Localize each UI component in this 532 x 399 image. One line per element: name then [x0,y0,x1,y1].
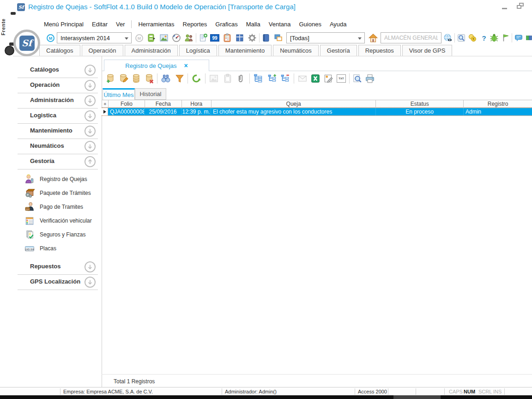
minimize-button[interactable] [501,4,508,10]
menu-item-herramientas[interactable]: Herramientas [134,21,178,28]
restore-button[interactable] [516,2,525,9]
sidebar-item-seguros-y-fianzas[interactable]: Seguros y Fianzas [13,229,102,242]
export-note-icon[interactable] [323,73,333,84]
column-header-estatus[interactable]: Estatus [376,100,464,107]
sidebar-item-registro-de-quejas[interactable]: Registro de Quejas [13,173,102,186]
grid-window-icon[interactable] [235,33,244,42]
book-icon[interactable] [261,33,271,42]
clipped-toolbar-icon[interactable] [526,33,532,42]
refresh-icon[interactable] [191,73,201,84]
menu-item-guiones[interactable]: Guiones [295,21,325,28]
menu-item-malla[interactable]: Malla [242,21,265,28]
bug-icon[interactable] [490,33,499,42]
expand-tree-icon[interactable] [267,73,277,84]
badge-99-icon[interactable]: 99 [210,34,219,42]
add-record-icon[interactable] [105,73,115,84]
document-tab-registro-de-quejas[interactable]: Registro de Quejas × [104,60,209,71]
chevron-down-circle-icon[interactable] [85,80,96,91]
sidebar-section-repuestos[interactable]: Repuestos [13,261,102,275]
database-icon[interactable] [131,73,141,84]
edit-record-icon[interactable] [118,73,128,84]
cell-fecha[interactable]: 25/09/2016 [145,108,181,115]
chevron-down-circle-icon[interactable] [85,126,96,137]
delete-record-icon[interactable] [144,73,154,84]
tab-neumaticos[interactable]: Neumáticos [273,45,319,56]
column-header-fecha[interactable]: Fecha [145,100,182,107]
menu-item-ventana[interactable]: Ventana [265,21,295,28]
cell-hora[interactable]: 12:39 p. m. [181,108,211,115]
tree-view-icon[interactable] [253,73,263,84]
chevron-down-circle-icon[interactable] [85,95,96,106]
flag-icon[interactable] [501,33,510,42]
close-tab-icon[interactable]: × [184,62,188,69]
cell-folio[interactable]: QJA00000008 [108,108,145,115]
tab-mantenimiento[interactable]: Mantenimiento [218,45,272,56]
column-header-registro[interactable]: Registro [464,100,532,107]
export-txt-icon[interactable]: TXT [337,74,346,83]
tab-operacion[interactable]: Operación [82,45,123,56]
dock-tab-frente[interactable]: Frente [0,18,8,36]
sidebar-section-operacion[interactable]: Operación [13,79,102,93]
sidebar-item-pago-de-tramites[interactable]: Pago de Tramites [13,201,102,214]
gear-icon[interactable] [248,33,257,42]
column-header-queja[interactable]: Queja [212,100,376,107]
collapse-tree-icon[interactable] [280,73,290,84]
menu-item-reportes[interactable]: Reportes [179,21,212,28]
sidebar-item-paquete-de-tramites[interactable]: Paquete de Trámites [13,187,102,200]
euro-coins-icon[interactable]: € [468,33,477,42]
tab-administracion[interactable]: Administración [125,45,178,56]
cell-registro[interactable]: Admin [464,108,532,115]
users-icon[interactable] [184,33,193,42]
column-header-hora[interactable]: Hora [182,100,212,107]
menu-item-editar[interactable]: Editar [88,21,112,28]
tab-logistica[interactable]: Logística [179,45,217,56]
table-row[interactable]: QJA00000008 25/09/2016 12:39 p. m. El ch… [102,108,532,116]
subtab-historial[interactable]: Historial [135,88,166,100]
gauge-icon[interactable] [172,33,181,42]
attachment-paperclip-icon[interactable] [236,73,246,84]
print-preview-icon[interactable] [352,73,362,84]
tab-gestoria[interactable]: Gestoría [320,45,357,56]
chevron-down-circle-icon[interactable] [85,141,96,152]
sidebar-section-logistica[interactable]: Logistica [13,110,102,124]
sidebar-item-verificacion-vehicular[interactable]: Verificación vehicular [13,215,102,228]
home-icon[interactable] [368,32,379,43]
cell-queja[interactable]: El chofer esta muy agresivo con los cond… [211,108,376,115]
globe-eye-icon[interactable] [443,33,453,42]
chevron-down-circle-icon[interactable] [85,110,96,121]
sidebar-section-administracion[interactable]: Administración [13,95,102,109]
chevron-down-circle-icon[interactable] [85,277,96,288]
sidebar-section-catalogos[interactable]: Catálogos [13,64,102,78]
filter-combobox[interactable]: [Todas] [286,32,365,43]
chevron-down-circle-icon[interactable] [85,261,96,272]
m-profile-icon[interactable]: M [47,34,54,42]
cell-estatus[interactable]: En proceso [376,108,464,115]
sidebar-section-mantenimiento[interactable]: Mantenimiento [13,125,102,139]
tab-catalogos[interactable]: Catálogos [39,45,80,56]
menu-item-ver[interactable]: Ver [112,21,129,28]
windows-cascade-icon[interactable] [273,33,283,42]
subtab-ultimo-mes[interactable]: Último Mes [103,88,135,100]
sidebar-item-placas[interactable]: LMD-364 Placas [13,242,102,255]
menu-item-graficas[interactable]: Graficas [211,21,242,28]
tab-repuestos[interactable]: Repuestos [358,45,401,56]
new-document-icon[interactable] [199,33,208,42]
sidebar-section-gps-localizacion[interactable]: GPS Localización [13,276,102,290]
clipboard-checklist-icon[interactable] [223,33,232,42]
filter-funnel-icon[interactable] [175,73,185,84]
chevron-up-circle-icon[interactable] [85,156,96,167]
print-icon[interactable] [365,73,375,84]
image-icon[interactable] [159,33,169,42]
search-tools-icon[interactable] [457,33,466,42]
column-header-folio[interactable]: Folio [109,100,145,107]
export-excel-icon[interactable] [310,73,320,84]
chat-bubble-icon[interactable] [514,33,523,42]
search-binoculars-icon[interactable] [161,73,171,84]
menu-item-menu-principal[interactable]: Menú Principal [40,21,88,28]
tab-visor-de-gps[interactable]: Visor de GPS [402,45,453,56]
sidebar-section-gestoria[interactable]: Gestoría [13,156,102,169]
help-icon[interactable]: ? [479,33,489,42]
profile-combobox[interactable]: Interasystem 2014 [57,32,132,43]
row-selector-cell[interactable] [102,108,108,115]
sidebar-section-neumaticos[interactable]: Neumáticos [13,140,102,154]
